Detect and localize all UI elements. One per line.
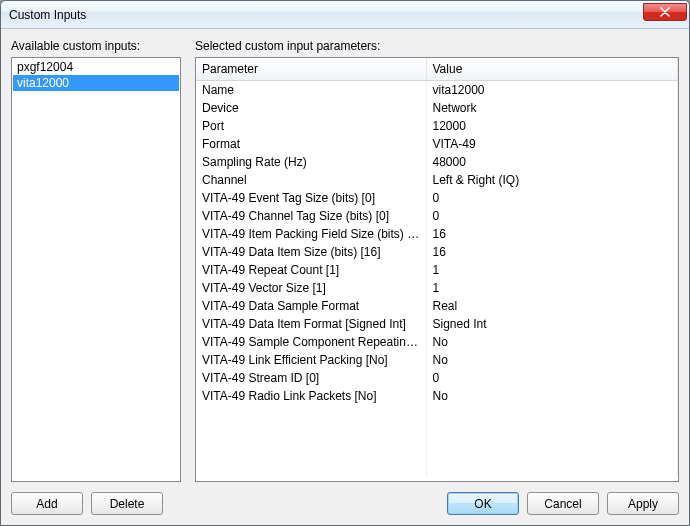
table-row [196,405,678,423]
available-inputs-label: Available custom inputs: [11,39,181,53]
table-row[interactable]: VITA-49 Radio Link Packets [No]No [196,387,678,405]
table-row[interactable]: VITA-49 Data Item Format [Signed Int]Sig… [196,315,678,333]
dialog-window: Custom Inputs Available custom inputs: p… [0,0,690,526]
cell-value: 0 [426,369,678,387]
close-button[interactable] [643,3,687,21]
cell-parameter: VITA-49 Radio Link Packets [No] [196,387,426,405]
cell-parameter: Name [196,81,426,100]
table-row[interactable]: VITA-49 Stream ID [0]0 [196,369,678,387]
cell-value: Signed Int [426,315,678,333]
cell-parameter: VITA-49 Sample Component Repeating [No] [196,333,426,351]
table-row[interactable]: VITA-49 Item Packing Field Size (bits) [… [196,225,678,243]
parameters-table: Parameter Value Namevita12000DeviceNetwo… [196,58,678,477]
delete-button[interactable]: Delete [91,492,163,515]
table-row[interactable]: FormatVITA-49 [196,135,678,153]
table-row[interactable]: VITA-49 Data Item Size (bits) [16]16 [196,243,678,261]
client-area: Available custom inputs: pxgf12004vita12… [1,29,689,525]
table-row[interactable]: Sampling Rate (Hz)48000 [196,153,678,171]
close-icon [660,7,670,17]
table-row [196,459,678,477]
cancel-button[interactable]: Cancel [527,492,599,515]
window-title: Custom Inputs [9,8,643,22]
table-row[interactable]: VITA-49 Repeat Count [1]1 [196,261,678,279]
cell-value: 1 [426,261,678,279]
parameters-column: Selected custom input parameters: Parame… [195,39,679,482]
cell-parameter: VITA-49 Link Efficient Packing [No] [196,351,426,369]
cell-value: 48000 [426,153,678,171]
add-button[interactable]: Add [11,492,83,515]
cell-parameter: VITA-49 Data Sample Format [196,297,426,315]
cell-value: No [426,333,678,351]
cell-parameter: VITA-49 Stream ID [0] [196,369,426,387]
cell-value: Real [426,297,678,315]
cell-parameter: Channel [196,171,426,189]
table-row[interactable]: VITA-49 Event Tag Size (bits) [0]0 [196,189,678,207]
column-header-value[interactable]: Value [426,58,678,81]
titlebar[interactable]: Custom Inputs [1,1,689,29]
table-row[interactable]: Port12000 [196,117,678,135]
cell-value: 12000 [426,117,678,135]
button-row: Add Delete OK Cancel Apply [11,492,679,515]
available-inputs-listbox[interactable]: pxgf12004vita12000 [11,57,181,482]
ok-button[interactable]: OK [447,492,519,515]
cell-value: VITA-49 [426,135,678,153]
parameters-table-container[interactable]: Parameter Value Namevita12000DeviceNetwo… [195,57,679,482]
cell-value: Network [426,99,678,117]
cell-value: Left & Right (IQ) [426,171,678,189]
cell-parameter: Device [196,99,426,117]
table-row[interactable]: Namevita12000 [196,81,678,100]
apply-button[interactable]: Apply [607,492,679,515]
cell-parameter: Port [196,117,426,135]
cell-value: No [426,387,678,405]
cell-value: 0 [426,207,678,225]
table-row[interactable]: VITA-49 Vector Size [1]1 [196,279,678,297]
cell-parameter: VITA-49 Event Tag Size (bits) [0] [196,189,426,207]
main-row: Available custom inputs: pxgf12004vita12… [11,39,679,482]
cell-parameter: Format [196,135,426,153]
table-row [196,441,678,459]
table-row[interactable]: DeviceNetwork [196,99,678,117]
table-row[interactable]: VITA-49 Link Efficient Packing [No]No [196,351,678,369]
cell-value: vita12000 [426,81,678,100]
cell-value: 1 [426,279,678,297]
list-item[interactable]: vita12000 [13,75,179,91]
table-row [196,423,678,441]
cell-value: No [426,351,678,369]
cell-parameter: VITA-49 Vector Size [1] [196,279,426,297]
table-row[interactable]: ChannelLeft & Right (IQ) [196,171,678,189]
cell-parameter: VITA-49 Repeat Count [1] [196,261,426,279]
cell-value: 16 [426,225,678,243]
parameters-label: Selected custom input parameters: [195,39,679,53]
cell-value: 16 [426,243,678,261]
available-inputs-column: Available custom inputs: pxgf12004vita12… [11,39,181,482]
cell-parameter: VITA-49 Channel Tag Size (bits) [0] [196,207,426,225]
cell-parameter: VITA-49 Item Packing Field Size (bits) [… [196,225,426,243]
table-row[interactable]: VITA-49 Sample Component Repeating [No]N… [196,333,678,351]
cell-value: 0 [426,189,678,207]
table-row[interactable]: VITA-49 Channel Tag Size (bits) [0]0 [196,207,678,225]
cell-parameter: Sampling Rate (Hz) [196,153,426,171]
cell-parameter: VITA-49 Data Item Size (bits) [16] [196,243,426,261]
column-header-parameter[interactable]: Parameter [196,58,426,81]
list-item[interactable]: pxgf12004 [13,59,179,75]
cell-parameter: VITA-49 Data Item Format [Signed Int] [196,315,426,333]
table-header-row: Parameter Value [196,58,678,81]
table-row[interactable]: VITA-49 Data Sample FormatReal [196,297,678,315]
